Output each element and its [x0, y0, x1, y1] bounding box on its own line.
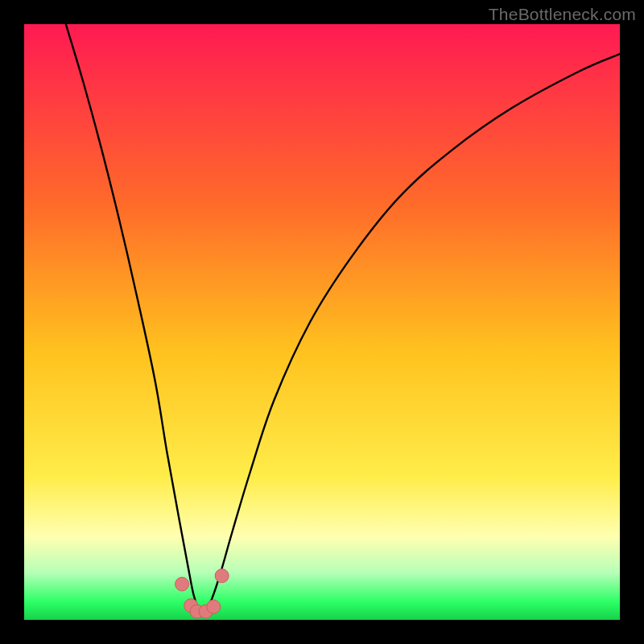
bottleneck-chart: [24, 24, 620, 620]
watermark-text: TheBottleneck.com: [489, 5, 636, 24]
plot-frame: [24, 24, 620, 620]
gradient-background: [24, 24, 620, 620]
highlight-point: [215, 569, 229, 583]
highlight-point: [175, 577, 189, 591]
highlight-point: [207, 600, 221, 613]
